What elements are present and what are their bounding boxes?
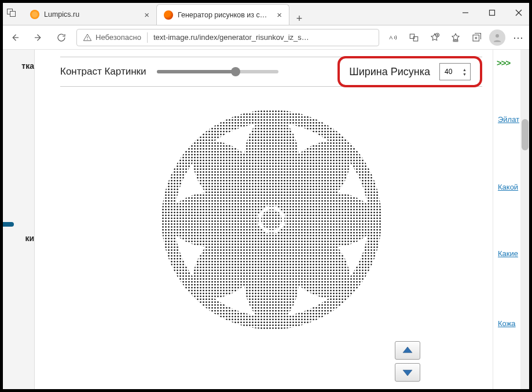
address-bar[interactable]: Небезопасно text-image.ru/index/generato… xyxy=(76,29,379,46)
step-down-icon[interactable]: ▼ xyxy=(463,72,467,76)
translate-icon[interactable] xyxy=(403,27,424,48)
svg-point-21 xyxy=(496,34,499,38)
right-sidebar: >>> Эйлат Какой Какие Кожа xyxy=(493,50,530,390)
svg-text:A: A xyxy=(389,35,392,40)
close-icon[interactable]: × xyxy=(276,10,283,20)
width-stepper[interactable]: 40 ▲▼ xyxy=(439,63,471,80)
favicon-lumpics xyxy=(30,10,39,19)
menu-button[interactable]: ⋯ xyxy=(508,31,529,44)
svg-rect-3 xyxy=(490,10,495,15)
scrollbar[interactable] xyxy=(520,50,530,390)
favorite-add-icon[interactable] xyxy=(424,27,445,48)
close-window-button[interactable] xyxy=(505,0,532,25)
ascii-preview xyxy=(156,104,387,335)
close-icon[interactable]: × xyxy=(143,10,151,20)
favorites-icon[interactable] xyxy=(445,27,466,48)
tab-generator[interactable]: Генератор рисунков из символ × xyxy=(156,4,289,25)
scroll-down-button[interactable] xyxy=(395,363,420,382)
tab-label: Генератор рисунков из символ xyxy=(178,11,271,19)
svg-rect-35 xyxy=(156,104,387,335)
svg-rect-1 xyxy=(10,11,16,16)
sidebar-divider xyxy=(2,222,14,227)
collections-icon[interactable] xyxy=(466,27,487,48)
width-value: 40 xyxy=(445,68,452,76)
maximize-button[interactable] xyxy=(479,0,505,25)
contrast-slider[interactable] xyxy=(157,70,278,73)
scrollbar-thumb[interactable] xyxy=(522,119,529,150)
width-highlight-box: Ширина Рисунка 40 ▲▼ xyxy=(337,56,482,87)
security-label: Небезопасно xyxy=(96,33,141,42)
refresh-button[interactable] xyxy=(50,26,73,49)
width-label: Ширина Рисунка xyxy=(349,66,430,78)
new-tab-button[interactable]: + xyxy=(289,13,309,25)
read-aloud-icon[interactable]: A xyxy=(383,27,403,48)
forward-button[interactable] xyxy=(27,26,50,49)
sidebar-item: ки xyxy=(2,232,34,244)
sidebar-item: тка xyxy=(2,60,34,72)
minimize-button[interactable] xyxy=(452,0,479,25)
favicon-generator xyxy=(164,10,173,20)
url-text: text-image.ru/index/generator_risunkov_i… xyxy=(153,33,373,42)
warning-icon xyxy=(83,33,92,42)
scroll-up-button[interactable] xyxy=(395,341,420,360)
tab-strip-icon[interactable] xyxy=(0,0,23,25)
contrast-label: Контраст Картинки xyxy=(60,66,146,77)
left-sidebar: тка ки xyxy=(2,50,35,390)
back-button[interactable] xyxy=(3,26,27,49)
tab-label: Lumpics.ru xyxy=(44,10,138,19)
tab-lumpics[interactable]: Lumpics.ru × xyxy=(23,4,156,25)
svg-point-9 xyxy=(87,39,87,39)
profile-avatar[interactable] xyxy=(489,29,505,46)
step-up-icon[interactable]: ▲ xyxy=(463,68,467,72)
